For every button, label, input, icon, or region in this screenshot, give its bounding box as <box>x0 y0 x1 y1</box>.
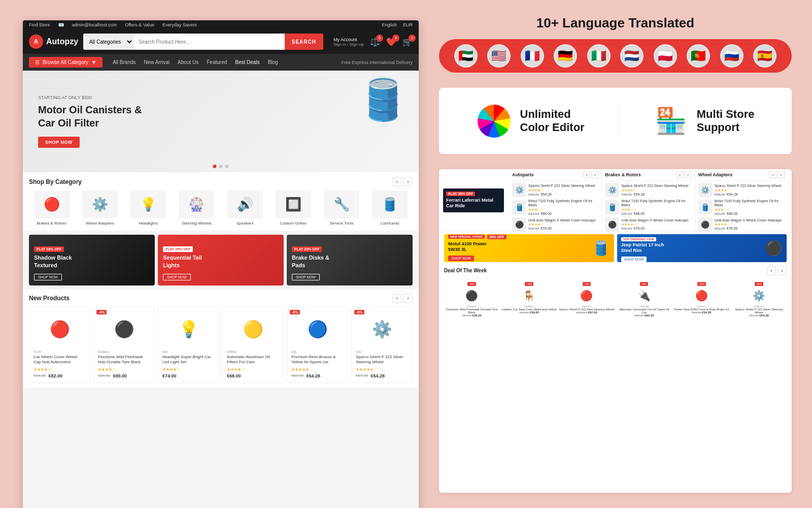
brakes-prev[interactable]: ‹ <box>676 171 684 178</box>
jeep-product-img: ⚫ <box>765 240 783 257</box>
cat-lubrication[interactable]: 🛢️ Lubricants <box>367 190 413 226</box>
promo-shadow-btn[interactable]: SHOP NOW <box>34 274 62 280</box>
mini-product-1-info: Sparco Strehl P 222 Silver Steering Whee… <box>528 184 595 196</box>
dot-3[interactable] <box>225 165 229 168</box>
account-label: My Account <box>333 37 364 42</box>
promo-brakes-title: Brake Disks &Pads <box>292 254 329 269</box>
nav-all-brands[interactable]: All Brands <box>113 59 136 65</box>
hero-shop-btn[interactable]: SHOP NOW <box>38 137 80 148</box>
top-bar: Find Store 📧 admin@localhost.com Offers … <box>23 20 419 29</box>
find-store[interactable]: Find Store <box>29 22 50 27</box>
product-1-stars: ★★★★☆ <box>33 367 86 372</box>
mini-product-3-stars: ★★★★☆ <box>528 223 595 227</box>
product-5-name: Premium Rims Bronze & Yellow for Sports … <box>291 355 344 365</box>
cat-tools-label: Service Tools <box>319 221 364 226</box>
brakes-products: ⚙️ Sparco Strehl P 222 Silver Steering W… <box>605 183 691 232</box>
multi-store-title: Multi StoreSupport <box>697 108 755 135</box>
adapters-tab-label[interactable]: Wheel Adapters <box>698 172 733 177</box>
product-4-price: €68.00 <box>227 373 279 378</box>
flag-ru: 🇷🇺 <box>720 44 743 68</box>
deal-next[interactable]: › <box>777 266 787 275</box>
deal-prev[interactable]: ‹ <box>767 266 776 275</box>
autoparts-prev[interactable]: ‹ <box>583 171 590 178</box>
adapters-next[interactable]: › <box>777 171 785 178</box>
currency-select[interactable]: EUR <box>403 22 413 27</box>
offers-link[interactable]: Offers & Value <box>125 22 154 27</box>
product-1-old-price: €84.00 <box>33 373 46 378</box>
cat-headlights-img: 💡 <box>130 190 166 218</box>
next-category[interactable]: › <box>403 177 413 186</box>
browse-all-btn[interactable]: ☰ Browse All Category ▼ <box>29 57 103 68</box>
adapters-prev[interactable]: ‹ <box>769 171 776 178</box>
deal-3-info: Sparco Sparco Strehl P 222 Red Steering … <box>559 305 614 314</box>
language-section: 10+ Language Translated 🇦🇪 🇺🇸 🇫🇷 🇩🇪 🇮🇹 🇳… <box>439 15 792 73</box>
nav-best-deals[interactable]: Best Deals <box>235 59 259 65</box>
logo-text: Autopzy <box>46 37 78 46</box>
cat-steering[interactable]: 🎡 Steering Wheels <box>174 190 219 226</box>
compare-icon[interactable]: ⚖️ 0 <box>370 37 380 47</box>
product-4-img: 🟡 <box>227 311 279 347</box>
autoparts-next[interactable]: › <box>591 171 598 178</box>
everyday-link[interactable]: Everyday Savers <box>162 22 197 27</box>
dot-2[interactable] <box>219 165 223 168</box>
next-product[interactable]: › <box>403 294 413 303</box>
product-2-img: ⚫ <box>98 311 150 347</box>
mini-product-2: 🛢️ Motul 7100 Fully Synthetic Engine Oil… <box>512 199 598 215</box>
prev-category[interactable]: ‹ <box>392 177 401 186</box>
promo-taillights-btn[interactable]: SHOP NOW <box>163 274 191 280</box>
brakes-column: Brakes & Rotors ‹ › ⚙️ Sparco Strehl P 2… <box>602 169 695 232</box>
logo[interactable]: A Autopzy <box>29 35 78 49</box>
delivery-text: Free Express International Delivery <box>341 60 413 65</box>
signin-link[interactable]: Sign In / Sign Up <box>333 42 364 47</box>
category-dropdown[interactable]: All Categories <box>83 34 133 50</box>
promo-brakes-btn[interactable]: SHOP NOW <box>292 274 320 280</box>
cat-tools[interactable]: 🔧 Service Tools <box>319 190 364 226</box>
brakes-product-1: ⚙️ Sparco Strehl P 222 Silver Steering W… <box>605 183 691 197</box>
search-button[interactable]: SEARCH <box>285 34 323 50</box>
product-1-new-price: €82.00 <box>48 373 62 378</box>
mini-product-3-info: Unik Auto Wagon X Wheel Cover Hubcaps ★★… <box>528 218 595 230</box>
brakes-tab-label[interactable]: Brakes & Rotors <box>605 172 641 177</box>
autoparts-tab-label[interactable]: Autoparts <box>512 172 534 177</box>
promo-taillights-title: Sequential TailLights <box>163 254 202 269</box>
nav-new-arrival[interactable]: New Arrival <box>144 59 170 65</box>
hero-text: STARTING AT ONLY $500 Motor Oil Canister… <box>38 95 142 148</box>
search-input[interactable] <box>133 34 285 50</box>
motul-offer: NEW SPECIAL OFFER 39% OFF Motul 4100 Pow… <box>444 234 614 262</box>
cat-wheels[interactable]: ⚙️ Wheel Adapters <box>77 190 122 226</box>
flag-ae: 🇦🇪 <box>454 44 478 68</box>
site-header: A Autopzy All Categories SEARCH My Accou… <box>23 29 419 54</box>
nav-blog[interactable]: Blog <box>268 59 278 65</box>
offer-banners: NEW SPECIAL OFFER 39% OFF Motul 4100 Pow… <box>439 232 792 264</box>
wishlist-icon[interactable]: ❤️ 4 <box>386 37 396 47</box>
deal-6: -8% ⚙️ Subaru Sparco Strehl P 222 Silver… <box>731 278 787 317</box>
cat-lubrication-img: 🛢️ <box>372 190 408 218</box>
brakes-next[interactable]: › <box>685 171 692 178</box>
cat-brakes[interactable]: 🔴 Brakes & Rotors <box>29 190 74 226</box>
product-3: 💡 Kia Headlight Super Bright Car Led Lig… <box>158 307 219 383</box>
flag-it: 🇮🇹 <box>587 44 611 68</box>
flag-de: 🇩🇪 <box>554 44 577 68</box>
cart-icon[interactable]: 🛒 2 <box>402 37 413 47</box>
motul-shop-btn[interactable]: SHOP NOW <box>448 256 474 261</box>
language-select[interactable]: English <box>382 22 397 27</box>
cat-speakers[interactable]: 🔊 Speakers <box>222 190 267 226</box>
motul-badge: 39% OFF <box>487 235 506 239</box>
cat-brakes-label: Brakes & Rotors <box>29 221 74 226</box>
deal-3: -3% 🔴 Sparco Sparco Strehl P 222 Red Ste… <box>559 278 614 317</box>
nav-about[interactable]: About Us <box>178 59 198 65</box>
deal-1-info: Subaru Firestone Wild Firerhawk Durable … <box>444 305 499 317</box>
cat-grilles[interactable]: 🔲 Custom Grilles <box>270 190 316 226</box>
jeep-shop-btn[interactable]: SHOP NOW <box>621 257 647 262</box>
nav-featured[interactable]: Featured <box>207 59 227 65</box>
lang-title: 10+ Language Translated <box>439 15 792 31</box>
product-3-new-price: €74.00 <box>162 373 177 378</box>
dot-1[interactable] <box>213 165 217 168</box>
deal-6-badge: -8% <box>755 282 763 286</box>
nav-links: All Brands New Arrival About Us Featured… <box>113 59 278 65</box>
prev-product[interactable]: ‹ <box>392 294 401 303</box>
cat-headlights[interactable]: 💡 Headlights <box>126 190 171 226</box>
deal-4-info: Honda Alternator Generator For All Types… <box>617 305 672 317</box>
product-5-badge: -8% <box>290 310 300 314</box>
jeep-offer: TOP TRENDING ITEM Jeep Patriot 17 InchSt… <box>617 234 787 262</box>
